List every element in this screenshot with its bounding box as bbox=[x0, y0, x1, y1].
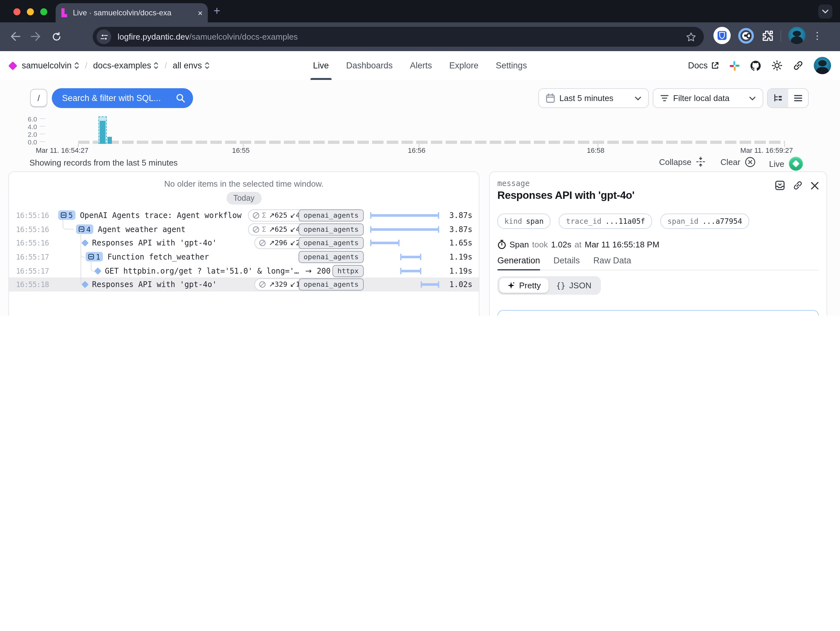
scope-tag[interactable]: openai_agents bbox=[298, 223, 364, 235]
status-row: Showing records from the last 5 minutes … bbox=[0, 155, 840, 172]
breadcrumb-project[interactable]: docs-examples bbox=[93, 61, 159, 70]
tab-generation[interactable]: Generation bbox=[497, 256, 540, 270]
trace-row[interactable]: 16:55:17 GET httpbin.org/get ? lat='51.0… bbox=[9, 264, 479, 278]
time-range-dropdown[interactable]: Last 5 minutes bbox=[538, 88, 649, 108]
search-filter-button[interactable]: Search & filter with SQL... bbox=[52, 88, 193, 108]
span-meta-badges: kindspan trace_id...11a05f span_id...a77… bbox=[497, 213, 749, 229]
url-host: logfire.pydantic.dev bbox=[118, 32, 189, 41]
stopwatch-icon bbox=[497, 240, 506, 249]
docs-link[interactable]: Docs bbox=[688, 61, 719, 70]
new-tab-button[interactable]: + bbox=[213, 5, 220, 17]
trace-row-selected[interactable]: 16:55:18 Responses API with 'gpt-4o' ↗32… bbox=[9, 278, 479, 292]
collapse-button[interactable]: Collapse bbox=[659, 157, 705, 167]
tab-details[interactable]: Details bbox=[554, 256, 580, 270]
live-toggle[interactable]: Live bbox=[769, 157, 803, 171]
scope-tag[interactable]: openai_agents bbox=[298, 237, 364, 249]
input-tokens: 296 bbox=[275, 239, 287, 247]
badge-key: kind bbox=[504, 217, 522, 226]
json-label: JSON bbox=[569, 281, 591, 290]
breadcrumb-org[interactable]: samuelcolvin bbox=[22, 61, 79, 70]
collapse-icon bbox=[696, 157, 705, 167]
bitwarden-extension-icon[interactable] bbox=[714, 27, 731, 44]
clear-button[interactable]: Clear bbox=[720, 157, 756, 167]
tree-view-button[interactable] bbox=[768, 89, 788, 107]
url-bar[interactable]: logfire.pydantic.dev/samuelcolvin/docs-e… bbox=[93, 27, 704, 47]
today-pill[interactable]: Today bbox=[226, 192, 262, 205]
trace-row[interactable]: 16:55:16 5 OpenAI Agents trace: Agent wo… bbox=[9, 208, 479, 222]
y-tick: 2.0 bbox=[15, 131, 37, 138]
copy-button[interactable] bbox=[804, 315, 812, 316]
trace-row[interactable]: 16:55:16 4 Agent weather agent Σ ↗625 ↙4… bbox=[9, 222, 479, 236]
tab-settings[interactable]: Settings bbox=[496, 51, 527, 80]
y-tick-mark bbox=[39, 118, 46, 119]
archive-inbox-icon[interactable] bbox=[775, 180, 785, 191]
back-button[interactable] bbox=[9, 30, 22, 43]
child-count: 1 bbox=[96, 252, 100, 262]
json-view-button[interactable]: {} JSON bbox=[548, 278, 599, 293]
slash-shortcut-key: / bbox=[30, 89, 47, 107]
copy-link-icon[interactable] bbox=[793, 180, 803, 191]
window-close-button[interactable] bbox=[13, 8, 21, 15]
reload-button[interactable] bbox=[50, 30, 63, 43]
tree-view-icon bbox=[774, 94, 782, 102]
browser-tab[interactable]: Live · samuelcolvin/docs-exa × bbox=[55, 3, 208, 22]
scope-tag[interactable]: openai_agents bbox=[298, 279, 364, 291]
tab-alerts[interactable]: Alerts bbox=[410, 51, 432, 80]
filter-local-data-dropdown[interactable]: Filter local data bbox=[653, 88, 763, 108]
clear-label: Clear bbox=[720, 157, 740, 167]
slack-icon[interactable] bbox=[729, 60, 740, 71]
chart-bar[interactable] bbox=[100, 121, 106, 144]
toolbar-divider bbox=[780, 30, 781, 41]
trace-row[interactable]: 16:55:17 1 Function fetch_weather openai… bbox=[9, 250, 479, 264]
tree-connector bbox=[63, 219, 74, 229]
trace-row[interactable]: 16:55:16 Responses API with 'gpt-4o' ↗29… bbox=[9, 236, 479, 250]
scope-tag[interactable]: openai_agents bbox=[298, 251, 364, 263]
token-coin-icon bbox=[253, 226, 259, 233]
github-icon[interactable] bbox=[750, 60, 761, 71]
kind-badge[interactable]: kindspan bbox=[497, 213, 551, 229]
tab-close-icon[interactable]: × bbox=[198, 8, 203, 17]
span-label: Responses API with 'gpt-4o' bbox=[92, 238, 217, 248]
bookmark-star-icon[interactable] bbox=[686, 32, 696, 42]
app-navbar: samuelcolvin / docs-examples / all envs … bbox=[0, 51, 840, 80]
browser-profile-avatar[interactable] bbox=[788, 27, 805, 44]
screen: Live · samuelcolvin/docs-exa × + logfire… bbox=[0, 0, 840, 316]
window-minimize-button[interactable] bbox=[27, 8, 34, 15]
tab-search-button[interactable] bbox=[818, 5, 832, 19]
tab-live[interactable]: Live bbox=[313, 51, 329, 80]
collapse-group-badge[interactable]: 5 bbox=[58, 211, 76, 220]
tab-dashboards[interactable]: Dashboards bbox=[346, 51, 393, 80]
share-link-icon[interactable] bbox=[793, 60, 804, 71]
tab-explore[interactable]: Explore bbox=[449, 51, 479, 80]
x-label: 16:58 bbox=[587, 147, 605, 154]
user-avatar[interactable] bbox=[814, 57, 831, 74]
list-view-button[interactable] bbox=[788, 89, 808, 107]
duration-bar bbox=[370, 240, 399, 246]
records-timeline-chart: 6.0 4.0 2.0 0.0 Mar 11. 16:54:27 16:55 1… bbox=[0, 112, 840, 155]
password-manager-extension-icon[interactable] bbox=[738, 27, 754, 44]
x-label-start: Mar 11. 16:54:27 bbox=[36, 147, 88, 154]
browser-menu-icon[interactable]: ⋮ bbox=[813, 30, 822, 41]
chart-bar[interactable] bbox=[107, 137, 112, 144]
window-zoom-button[interactable] bbox=[40, 8, 47, 15]
theme-sun-icon[interactable] bbox=[772, 60, 782, 71]
breadcrumb-env[interactable]: all envs bbox=[173, 61, 210, 70]
gantt-zone bbox=[370, 254, 439, 260]
output-tokens-arrow-icon: ↙ bbox=[290, 211, 296, 219]
pretty-view-button[interactable]: Pretty bbox=[499, 278, 548, 293]
extensions-puzzle-icon[interactable] bbox=[761, 29, 774, 41]
close-icon[interactable] bbox=[811, 181, 819, 189]
tab-raw-data[interactable]: Raw Data bbox=[593, 256, 631, 270]
scope-tag[interactable]: httpx bbox=[332, 265, 364, 277]
breadcrumb-project-label: docs-examples bbox=[93, 61, 151, 70]
scope-tag[interactable]: openai_agents bbox=[298, 209, 364, 221]
logfire-logo-icon[interactable] bbox=[8, 61, 17, 70]
forward-button[interactable] bbox=[29, 30, 42, 43]
duration-label: 3.87s bbox=[439, 211, 472, 220]
trace-id-badge[interactable]: trace_id...11a05f bbox=[559, 213, 652, 229]
site-info-icon[interactable] bbox=[96, 29, 111, 44]
live-label: Live bbox=[769, 159, 785, 169]
span-id-badge[interactable]: span_id...a77954 bbox=[660, 213, 749, 229]
select-chevrons-icon bbox=[154, 62, 159, 70]
row-timestamp: 16:55:16 bbox=[16, 211, 50, 220]
